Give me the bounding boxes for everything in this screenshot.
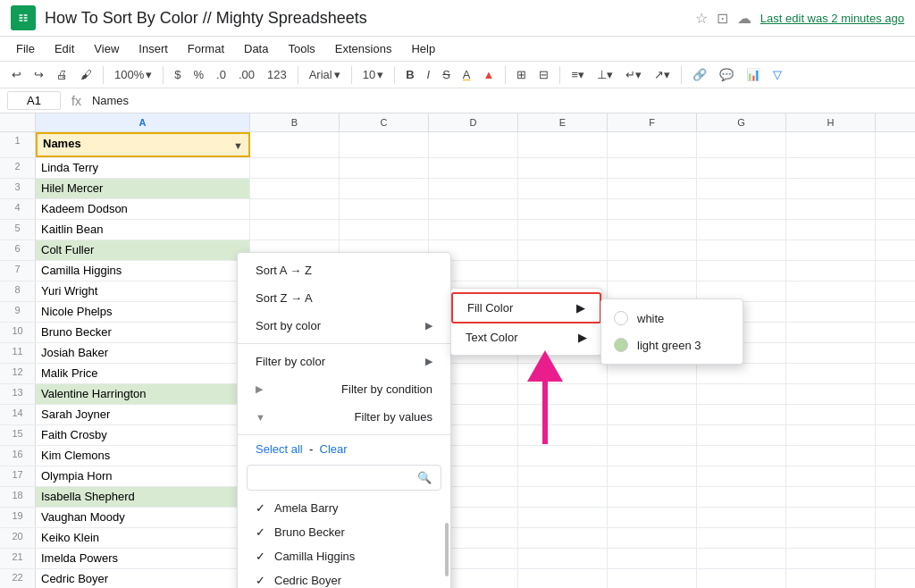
cell-col-g[interactable] — [697, 549, 786, 568]
cell-col-i[interactable] — [876, 569, 915, 588]
cell-col-i[interactable] — [876, 240, 915, 260]
cell-name[interactable]: Kadeem Dodson — [36, 199, 250, 219]
cell-col-f[interactable] — [608, 261, 697, 281]
cell-col-e[interactable] — [518, 425, 608, 445]
cell-col-i[interactable] — [876, 549, 915, 568]
font-color-btn[interactable]: A — [458, 65, 475, 84]
font-selector[interactable]: Arial▾ — [305, 65, 345, 84]
comment-btn[interactable]: 💬 — [715, 65, 738, 84]
ctx-filter-by-values[interactable]: ▼ Filter by values — [238, 403, 450, 431]
menu-insert[interactable]: Insert — [130, 38, 177, 59]
cell-col-f[interactable] — [608, 487, 697, 507]
cell-col-i[interactable] — [876, 199, 915, 219]
cell-col-e[interactable] — [518, 508, 608, 527]
cell-col-i[interactable] — [876, 302, 915, 322]
cell-name[interactable]: Cedric Boyer — [36, 569, 250, 588]
cell-col-h[interactable] — [786, 364, 876, 383]
cell-name[interactable]: Faith Crosby — [36, 425, 250, 445]
cell-col-h[interactable] — [786, 487, 876, 507]
ctx-filter-by-color[interactable]: Filter by color ▶ — [238, 348, 450, 375]
cell-col-e[interactable] — [518, 132, 608, 157]
cell-col-g[interactable] — [697, 158, 786, 178]
cell-name[interactable]: Imelda Powers — [36, 549, 250, 568]
merge-btn[interactable]: ⊟ — [534, 65, 553, 84]
cell-col-g[interactable] — [697, 384, 786, 404]
link-btn[interactable]: 🔗 — [688, 65, 711, 84]
cell-col-h[interactable] — [786, 405, 876, 424]
cell-name[interactable]: Isabella Shepherd — [36, 487, 250, 507]
cell-col-i[interactable] — [876, 405, 915, 424]
menu-view[interactable]: View — [85, 38, 128, 59]
cell-col-e[interactable] — [518, 549, 608, 568]
cell-col-d[interactable] — [429, 199, 518, 219]
cell-col-f[interactable] — [608, 384, 697, 404]
cell-name[interactable]: Hilel Mercer — [36, 179, 250, 198]
cell-col-g[interactable] — [697, 405, 786, 424]
formula-input[interactable] — [92, 94, 908, 107]
cell-col-h[interactable] — [786, 132, 876, 157]
cell-col-g[interactable] — [697, 364, 786, 383]
cell-col-d[interactable] — [429, 132, 518, 157]
cell-reference-input[interactable]: A1 — [7, 91, 61, 110]
cell-col-d[interactable] — [429, 158, 518, 178]
cell-col-h[interactable] — [786, 549, 876, 568]
ctx-sort-za[interactable]: Sort Z → A — [238, 284, 450, 312]
cell-name[interactable]: Linda Terry — [36, 158, 250, 178]
cell-name[interactable]: Kim Clemons — [36, 446, 250, 466]
cell-col-g[interactable] — [697, 199, 786, 219]
cell-col-i[interactable] — [876, 158, 915, 178]
cell-name[interactable]: Kaitlin Bean — [36, 220, 250, 239]
cell-col-e[interactable] — [518, 528, 608, 548]
menu-file[interactable]: File — [7, 38, 44, 59]
cell-col-h[interactable] — [786, 466, 876, 486]
cell-col-i[interactable] — [876, 132, 915, 157]
submenu-fill-color[interactable]: Fill Color ▶ — [451, 292, 601, 323]
cloud-icon[interactable]: ☁ — [737, 10, 751, 27]
cell-col-h[interactable] — [786, 569, 876, 588]
submenu-text-color[interactable]: Text Color ▶ — [451, 323, 601, 351]
cell-name[interactable]: Keiko Klein — [36, 528, 250, 548]
menu-format[interactable]: Format — [179, 38, 233, 59]
cell-col-f[interactable] — [608, 508, 697, 527]
percent-btn[interactable]: % — [189, 65, 208, 84]
valign-btn[interactable]: ⊥▾ — [592, 65, 617, 84]
ctx-sort-az[interactable]: Sort A → Z — [238, 256, 450, 284]
borders-btn[interactable]: ⊞ — [512, 65, 531, 84]
cell-col-e[interactable] — [518, 384, 608, 404]
cell-col-i[interactable] — [876, 508, 915, 527]
rotate-btn[interactable]: ↗▾ — [650, 65, 675, 84]
cell-col-f[interactable] — [608, 132, 697, 157]
cell-col-h[interactable] — [786, 281, 876, 301]
cell-col-g[interactable] — [697, 508, 786, 527]
cell-col-i[interactable] — [876, 446, 915, 466]
cell-col-h[interactable] — [786, 179, 876, 198]
folder-icon[interactable]: ⊡ — [717, 10, 728, 27]
cell-col-i[interactable] — [876, 528, 915, 548]
cell-col-h[interactable] — [786, 384, 876, 404]
cell-col-i[interactable] — [876, 220, 915, 239]
undo-btn[interactable]: ↩ — [7, 65, 26, 84]
paint-format-btn[interactable]: 🖌 — [76, 65, 97, 84]
cell-col-h[interactable] — [786, 158, 876, 178]
ctx-check-camilla[interactable]: ✓ Camilla Higgins — [238, 544, 450, 568]
redo-btn[interactable]: ↪ — [29, 65, 48, 84]
cell-col-h[interactable] — [786, 508, 876, 527]
cell-col-h[interactable] — [786, 446, 876, 466]
cell-col-h[interactable] — [786, 220, 876, 239]
cell-col-i[interactable] — [876, 364, 915, 383]
cell-col-b[interactable] — [250, 158, 340, 178]
col-header-a[interactable]: A — [36, 113, 250, 131]
col-header-f[interactable]: F — [608, 113, 697, 131]
cell-col-c[interactable] — [340, 199, 429, 219]
filter-btn[interactable]: ▽ — [768, 65, 786, 84]
cell-col-g[interactable] — [697, 220, 786, 239]
cell-col-e[interactable] — [518, 446, 608, 466]
cell-col-i[interactable] — [876, 466, 915, 486]
chart-btn[interactable]: 📊 — [742, 65, 765, 84]
menu-tools[interactable]: Tools — [279, 38, 323, 59]
wrap-btn[interactable]: ↵▾ — [621, 65, 646, 84]
col-header-d[interactable]: D — [429, 113, 518, 131]
format123-btn[interactable]: 123 — [263, 65, 291, 84]
strikethrough-btn[interactable]: S — [438, 65, 455, 84]
cell-col-e[interactable] — [518, 199, 608, 219]
